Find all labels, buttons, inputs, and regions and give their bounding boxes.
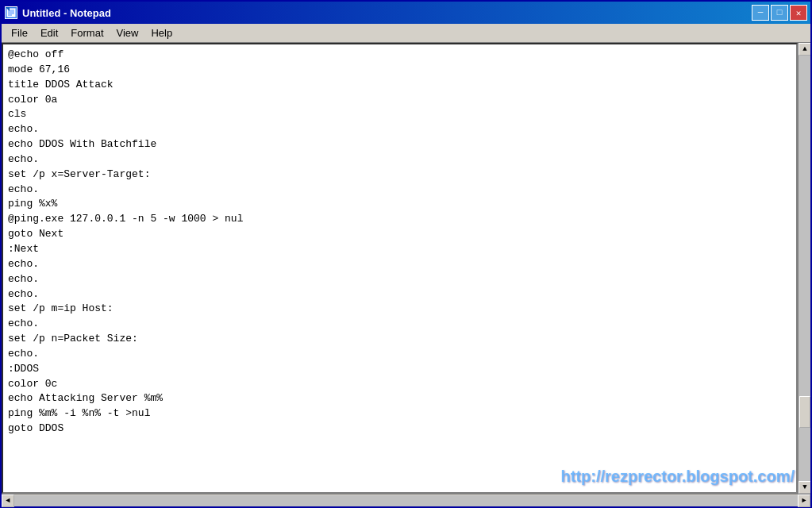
menu-bar: File Edit Format View Help xyxy=(2,24,810,43)
notepad-window: Untitled - Notepad ─ □ ✕ File Edit Forma… xyxy=(0,0,812,508)
text-editor[interactable]: @echo off mode 67,16 title DDOS Attack c… xyxy=(2,43,798,494)
menu-edit[interactable]: Edit xyxy=(34,25,64,40)
restore-button[interactable]: □ xyxy=(771,5,788,21)
title-bar-controls: ─ □ ✕ xyxy=(752,5,807,21)
notepad-icon xyxy=(5,6,17,19)
editor-area: @echo off mode 67,16 title DDOS Attack c… xyxy=(2,43,810,494)
scroll-right-button[interactable]: ► xyxy=(798,495,810,507)
scroll-down-button[interactable]: ▼ xyxy=(799,481,810,494)
minimize-button[interactable]: ─ xyxy=(752,5,769,21)
menu-file[interactable]: File xyxy=(5,25,34,40)
horizontal-scrollbar[interactable]: ◄ ► xyxy=(2,494,810,506)
scroll-track-vertical[interactable] xyxy=(799,56,810,481)
window-title: Untitled - Notepad xyxy=(22,7,111,19)
scroll-track-horizontal[interactable] xyxy=(14,495,798,506)
menu-view[interactable]: View xyxy=(110,25,145,40)
scroll-thumb-vertical[interactable] xyxy=(799,396,810,428)
close-button[interactable]: ✕ xyxy=(790,5,807,21)
title-bar-left: Untitled - Notepad xyxy=(5,6,111,19)
menu-format[interactable]: Format xyxy=(64,25,110,40)
vertical-scrollbar[interactable]: ▲ ▼ xyxy=(798,43,810,494)
title-bar: Untitled - Notepad ─ □ ✕ xyxy=(2,2,810,24)
scroll-left-button[interactable]: ◄ xyxy=(2,495,14,507)
scroll-up-button[interactable]: ▲ xyxy=(799,43,810,56)
menu-help[interactable]: Help xyxy=(144,25,179,40)
